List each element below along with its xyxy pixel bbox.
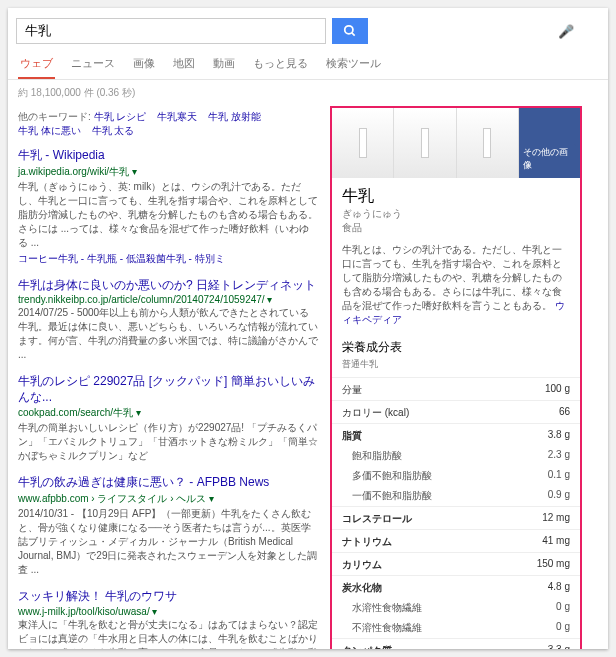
search-result: 牛乳 - Wikipediaja.wikipedia.org/wiki/牛乳 ▾…: [18, 148, 318, 266]
result-url: www.j-milk.jp/tool/kiso/uwasa/ ▾: [18, 606, 318, 617]
kw-link[interactable]: 牛乳 レシピ: [94, 111, 147, 122]
tab-more[interactable]: もっと見る: [251, 50, 310, 79]
tab-maps[interactable]: 地図: [171, 50, 197, 79]
result-snippet: 東洋人に「牛乳を飲むと骨が丈夫になる」はあてはまらない？認定ビョには真逆の「牛水…: [18, 618, 318, 649]
panel-title: 牛乳: [342, 186, 570, 207]
result-url: trendy.nikkeibp.co.jp/article/column/201…: [18, 294, 318, 305]
search-result: 牛乳は身体に良いのか悪いのか? 日経トレンディネットtrendy.nikkeib…: [18, 278, 318, 363]
mic-icon[interactable]: 🎤: [558, 24, 574, 39]
result-title[interactable]: 牛乳は身体に良いのか悪いのか? 日経トレンディネット: [18, 278, 318, 294]
result-stats: 約 18,100,000 件 (0.36 秒): [8, 80, 608, 106]
tab-news[interactable]: ニュース: [69, 50, 117, 79]
result-title[interactable]: 牛乳 - Wikipedia: [18, 148, 318, 164]
tab-tools[interactable]: 検索ツール: [324, 50, 383, 79]
tabs: ウェブ ニュース 画像 地図 動画 もっと見る 検索ツール: [8, 50, 608, 80]
knowledge-panel: その他の画像 牛乳 ぎゅうにゅう食品 牛乳とは、ウシの乳汁である。ただし、牛乳と…: [330, 106, 582, 649]
result-snippet: 2014/10/31 - 【10月29日 AFP】（一部更新）牛乳をたくさん飲む…: [18, 507, 318, 577]
result-title[interactable]: 牛乳のレシピ 229027品 [クックパッド] 簡単おいしいみんな...: [18, 374, 318, 405]
related-keywords: 他のキーワード: 牛乳 レシピ 牛乳寒天 牛乳 放射能 牛乳 体に悪い 牛乳 太…: [18, 110, 318, 138]
result-snippet: 牛乳（ぎゅうにゅう、英: milk）とは、ウシの乳汁である。ただし、牛乳と一口に…: [18, 180, 318, 250]
result-url: ja.wikipedia.org/wiki/牛乳 ▾: [18, 165, 318, 179]
result-sublinks[interactable]: コーヒー牛乳 - 牛乳瓶 - 低温殺菌牛乳 - 特別ミ: [18, 252, 318, 266]
result-title[interactable]: 牛乳の飲み過ぎは健康に悪い？ - AFPBB News: [18, 475, 318, 491]
tab-web[interactable]: ウェブ: [18, 50, 55, 79]
result-url: www.afpbb.com › ライフスタイル › ヘルス ▾: [18, 492, 318, 506]
kw-link[interactable]: 牛乳 放射能: [208, 111, 261, 122]
kw-link[interactable]: 牛乳 体に悪い: [18, 125, 81, 136]
search-result: 牛乳のレシピ 229027品 [クックパッド] 簡単おいしいみんな...cook…: [18, 374, 318, 463]
result-title[interactable]: スッキリ解決！ 牛乳のウワサ: [18, 589, 318, 605]
panel-description: 牛乳とは、ウシの乳汁である。ただし、牛乳と一口に言っても、生乳を指す場合や、これ…: [332, 243, 580, 333]
result-snippet: 2014/07/25 - 5000年以上も前から人類が飲んできたとされている牛乳…: [18, 306, 318, 362]
more-images-link[interactable]: その他の画像: [519, 144, 576, 174]
svg-point-0: [345, 26, 353, 34]
kw-link[interactable]: 牛乳 太る: [92, 125, 135, 136]
result-url: cookpad.com/search/牛乳 ▾: [18, 406, 318, 420]
search-button[interactable]: [332, 18, 368, 44]
tab-images[interactable]: 画像: [131, 50, 157, 79]
search-result: スッキリ解決！ 牛乳のウワサwww.j-milk.jp/tool/kiso/uw…: [18, 589, 318, 649]
nutrition-title: 栄養成分表: [342, 339, 570, 356]
search-result: 牛乳の飲み過ぎは健康に悪い？ - AFPBB Newswww.afpbb.com…: [18, 475, 318, 577]
result-snippet: 牛乳の簡単おいしいレシピ（作り方）が229027品! 「プチみるくパン」「エバミ…: [18, 421, 318, 463]
tab-videos[interactable]: 動画: [211, 50, 237, 79]
search-input[interactable]: [16, 18, 326, 44]
kw-link[interactable]: 牛乳寒天: [157, 111, 197, 122]
panel-images[interactable]: その他の画像: [332, 108, 580, 178]
svg-line-1: [352, 33, 355, 36]
